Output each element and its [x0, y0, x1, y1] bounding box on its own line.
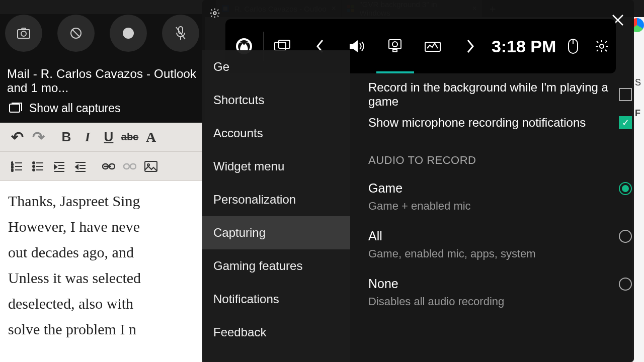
svg-point-28: [392, 42, 397, 47]
record-last-button[interactable]: [57, 15, 95, 52]
email-line: deselected, also with: [8, 291, 205, 316]
capture-window-title: Mail - R. Carlos Cavazos - Outlook and 1…: [6, 70, 205, 92]
record-dot-icon: [123, 28, 134, 39]
redo-button[interactable]: ↷: [29, 127, 47, 147]
radio-title: Game: [368, 181, 619, 196]
sidebar-item-accounts[interactable]: Accounts: [202, 117, 350, 150]
image-button[interactable]: [142, 156, 160, 176]
radio-sub: Game, enabled mic, apps, system: [368, 247, 632, 260]
unlink-button[interactable]: [121, 156, 139, 176]
underline-button[interactable]: U: [100, 127, 118, 147]
performance-icon: [424, 39, 441, 53]
email-line: solve the problem I n: [8, 316, 205, 342]
svg-point-22: [147, 164, 149, 166]
svg-point-7: [21, 31, 26, 36]
svg-rect-21: [145, 161, 157, 171]
svg-rect-25: [275, 42, 286, 50]
svg-text:3: 3: [11, 168, 14, 172]
checkbox-icon: [619, 88, 632, 101]
chevron-right-icon: [466, 39, 475, 54]
italic-button[interactable]: I: [78, 127, 97, 147]
indent-button[interactable]: [50, 156, 68, 176]
speaker-icon: [349, 39, 366, 54]
svg-rect-29: [393, 50, 397, 52]
mic-toggle-button[interactable]: [162, 15, 199, 52]
email-line: out decades ago, and: [8, 239, 205, 265]
radio-audio-game[interactable]: Game Game + enabled mic: [368, 174, 632, 222]
clock-label: 3:18 PM: [489, 19, 558, 73]
show-all-captures-label: Show all captures: [29, 102, 121, 115]
sidebar-item-gaming-features[interactable]: Gaming features: [202, 249, 350, 283]
mail-toolbar-row1: ↶ ↷ B I U abc A: [0, 123, 205, 152]
checkbox-label: Show microphone recording notifications: [368, 116, 619, 130]
sidebar-item-capturing[interactable]: Capturing: [202, 216, 350, 249]
radio-audio-none[interactable]: None Disables all audio recording: [368, 269, 632, 317]
screenshot-button[interactable]: [5, 15, 42, 52]
settings-button[interactable]: [587, 19, 616, 73]
sidebar-item-widget-menu[interactable]: Widget menu: [202, 150, 350, 183]
capture-button[interactable]: [376, 19, 414, 73]
mouse-icon: [568, 38, 579, 54]
numbered-list-button[interactable]: 123: [8, 156, 26, 176]
radio-title: None: [368, 277, 619, 291]
capture-icon: [387, 38, 403, 53]
sidebar-item-shortcuts[interactable]: Shortcuts: [202, 83, 350, 117]
checkbox-label: Record in the background while I'm playi…: [368, 80, 619, 109]
gear-icon: [209, 8, 220, 19]
svg-point-23: [213, 12, 216, 15]
email-line: Unless it was selected: [8, 265, 205, 291]
show-all-captures-button[interactable]: Show all captures: [0, 94, 205, 123]
sidebar-item-notifications[interactable]: Notifications: [202, 283, 350, 316]
bold-button[interactable]: B: [57, 127, 75, 147]
email-body[interactable]: Thanks, Jaspreet Sing However, I have ne…: [0, 181, 205, 362]
font-color-button[interactable]: A: [142, 127, 160, 147]
undo-button[interactable]: ↶: [8, 127, 26, 147]
svg-rect-26: [279, 40, 290, 48]
outdent-button[interactable]: [71, 156, 90, 176]
strike-button[interactable]: abc: [121, 127, 139, 147]
radio-icon: [619, 230, 632, 243]
svg-point-15: [33, 165, 35, 167]
svg-rect-10: [10, 104, 20, 112]
svg-rect-20: [130, 164, 136, 169]
gamebar-settings-panel: 3:18 PM Ge Shortcuts Accounts Widget men…: [202, 0, 634, 362]
settings-content: Record in the background while I'm playi…: [350, 80, 632, 362]
svg-rect-19: [124, 164, 129, 169]
checkbox-checked-icon: ✓: [619, 116, 632, 129]
gear-icon: [594, 39, 609, 54]
section-title-audio: AUDIO TO RECORD: [368, 154, 632, 167]
mail-toolbar-row2: 123: [0, 152, 205, 181]
radio-title: All: [368, 229, 619, 243]
sidebar-item-personalization[interactable]: Personalization: [202, 183, 350, 216]
radio-icon: [619, 278, 632, 291]
email-line: However, I have neve: [8, 214, 205, 239]
mail-compose-area: ↶ ↷ B I U abc A 123 Thanks, Jasp: [0, 123, 205, 362]
svg-point-32: [600, 44, 604, 48]
sidebar-item-feedback[interactable]: Feedback: [202, 316, 350, 349]
email-line: Thanks, Jaspreet Sing: [8, 188, 205, 214]
settings-sidebar: Ge Shortcuts Accounts Widget menu Person…: [202, 50, 350, 362]
performance-button[interactable]: [414, 19, 452, 73]
radio-audio-all[interactable]: All Game, enabled mic, apps, system: [368, 222, 632, 269]
radio-selected-icon: [619, 182, 632, 195]
svg-point-16: [33, 169, 35, 171]
gallery-icon: [9, 103, 22, 114]
radio-sub: Game + enabled mic: [368, 200, 632, 213]
bullet-list-button[interactable]: [29, 156, 47, 176]
radio-sub: Disables all audio recording: [368, 295, 632, 308]
link-button[interactable]: [100, 156, 118, 176]
mouse-button[interactable]: [558, 19, 587, 73]
svg-point-14: [33, 162, 35, 164]
svg-rect-27: [389, 40, 401, 49]
record-button[interactable]: [110, 15, 147, 52]
sidebar-item-general[interactable]: Ge: [202, 50, 350, 83]
nav-next-button[interactable]: [451, 19, 489, 73]
checkbox-mic-notifications[interactable]: Show microphone recording notifications …: [368, 109, 632, 137]
checkbox-record-background[interactable]: Record in the background while I'm playi…: [368, 80, 632, 109]
capture-widget: [0, 14, 205, 52]
